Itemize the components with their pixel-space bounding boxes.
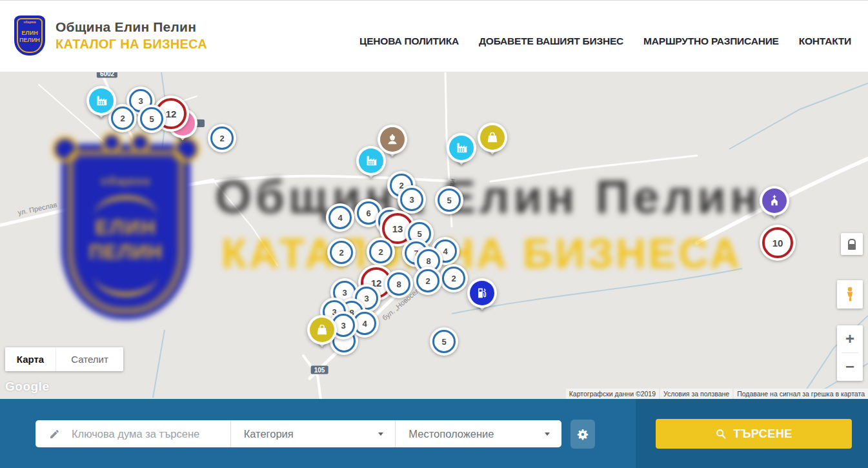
cluster-count: 2	[120, 114, 125, 123]
cluster-count: 5	[441, 337, 446, 347]
chevron-down-icon	[545, 432, 550, 436]
crest-name-line1: ЕЛИН	[14, 30, 45, 36]
cluster-count: 5	[447, 196, 451, 205]
cluster-marker[interactable]: 10	[760, 225, 796, 261]
cluster-marker[interactable]: 5	[435, 186, 463, 214]
cluster-marker[interactable]: 4	[326, 203, 354, 232]
zoom-in-button[interactable]: +	[837, 325, 863, 352]
header: община ЕЛИН ПЕЛИН Община Елин Пелин КАТА…	[0, 1, 868, 72]
gear-icon	[576, 428, 589, 441]
map-attribution: Картографски данни ©2019 Условия за полз…	[566, 389, 868, 399]
cluster-marker[interactable]: 5	[430, 327, 458, 356]
pegman-icon	[842, 285, 858, 304]
crest-org-text: община	[14, 20, 45, 24]
search-fields: Категория Местоположение	[35, 420, 561, 447]
cluster-marker[interactable]: 8	[385, 270, 413, 298]
search-icon	[715, 428, 727, 440]
bag-icon	[310, 318, 334, 342]
nav-contacts[interactable]: КОНТАКТИ	[799, 36, 851, 47]
cluster-count: 12	[166, 108, 177, 119]
nav-add-business[interactable]: ДОБАВЕТЕ ВАШИЯТ БИЗНЕС	[479, 36, 623, 47]
cluster-count: 5	[417, 229, 421, 239]
nav-pricing[interactable]: ЦЕНОВА ПОЛИТИКА	[359, 36, 459, 47]
crest-name-line2: ПЕЛИН	[14, 37, 45, 43]
google-logo[interactable]: Google	[5, 380, 49, 394]
bag-icon	[480, 125, 505, 150]
pencil-icon	[49, 429, 60, 440]
search-button[interactable]: ТЪРСЕНЕ	[656, 419, 852, 449]
lock-icon	[848, 239, 856, 244]
lock-button[interactable]	[841, 233, 863, 255]
site-logo[interactable]: община ЕЛИН ПЕЛИН Община Елин Пелин КАТА…	[14, 15, 207, 56]
cluster-count: 8	[426, 256, 430, 266]
search-button-label: ТЪРСЕНЕ	[733, 427, 792, 441]
chevron-down-icon	[378, 432, 383, 436]
zoom-control: + −	[837, 325, 863, 381]
attribution-copyright: Картографски данни ©2019	[566, 389, 659, 399]
cluster-count: 3	[409, 195, 414, 205]
marker-layer: 1232522356471352274822128338343510	[0, 72, 868, 399]
factory-icon	[449, 136, 474, 160]
cluster-count: 3	[138, 96, 143, 106]
advanced-search-button[interactable]	[570, 420, 595, 449]
factory-icon-marker[interactable]	[356, 146, 386, 186]
cluster-marker[interactable]: 2	[327, 238, 356, 267]
category-select[interactable]: Категория	[230, 420, 396, 447]
cluster-count: 3	[341, 321, 345, 331]
cluster-count: 5	[149, 114, 154, 124]
cluster-count: 4	[443, 247, 447, 256]
page: община ЕЛИН ПЕЛИН Община Елин Пелин КАТА…	[0, 0, 868, 468]
cluster-count: 2	[219, 134, 224, 143]
church-icon	[762, 188, 787, 213]
search-bar: ТЪРСЕНЕ Категория Местоположение	[0, 399, 868, 468]
factory-icon-marker[interactable]	[447, 133, 476, 173]
pegman-button[interactable]	[837, 280, 863, 309]
zoom-out-button[interactable]: −	[837, 353, 863, 380]
site-subtitle: КАТАЛОГ НА БИЗНЕСА	[56, 37, 207, 52]
church-icon-marker[interactable]	[760, 186, 789, 226]
cluster-count: 13	[392, 223, 403, 234]
cluster-count: 2	[451, 274, 456, 283]
attribution-report-link[interactable]: Подаване на сигнал за грешка в картата	[734, 389, 868, 399]
main-nav: ЦЕНОВА ПОЛИТИКА ДОБАВЕТЕ ВАШИЯТ БИЗНЕС М…	[359, 36, 851, 47]
bag-icon-marker[interactable]	[307, 315, 337, 355]
fuel-icon	[470, 281, 494, 305]
municipality-crest-icon: община ЕЛИН ПЕЛИН	[14, 15, 45, 56]
keyword-input[interactable]	[70, 427, 221, 441]
keyword-field	[35, 420, 230, 447]
location-select-value: Местоположение	[409, 428, 494, 440]
factory-icon	[89, 88, 114, 113]
category-select-value: Категория	[244, 428, 294, 440]
location-select[interactable]: Местоположение	[395, 420, 561, 447]
cluster-count: 6	[366, 209, 370, 218]
cluster-count: 3	[342, 288, 347, 298]
cluster-marker[interactable]: 2	[367, 238, 395, 266]
factory-icon	[359, 148, 383, 173]
fuel-icon-marker[interactable]	[467, 278, 497, 318]
cluster-marker[interactable]: 5	[137, 105, 166, 133]
cluster-count: 4	[338, 213, 342, 223]
site-title: Община Елин Пелин	[56, 19, 207, 35]
nav-route-schedule[interactable]: МАРШРУТНО РАЗПИСАНИЕ	[643, 36, 779, 47]
cluster-count: 3	[364, 294, 368, 303]
map-type-switcher: Карта Сателит	[5, 347, 123, 371]
cluster-count: 2	[425, 276, 430, 286]
bag-icon-marker[interactable]	[478, 123, 507, 163]
map-type-map-button[interactable]: Карта	[5, 347, 56, 371]
cluster-count: 4	[362, 319, 367, 329]
attribution-terms-link[interactable]: Условия за ползване	[660, 389, 732, 399]
map-type-satellite-button[interactable]: Сателит	[56, 347, 123, 371]
cluster-marker[interactable]: 2	[439, 264, 468, 292]
cluster-marker[interactable]: 2	[414, 267, 442, 295]
cluster-marker[interactable]: 3	[398, 185, 426, 214]
cluster-count: 8	[396, 280, 401, 289]
cluster-count: 10	[772, 238, 783, 249]
google-map[interactable]: 6002105ул. Преславбул. „Новоселци община…	[0, 72, 868, 399]
search-button-panel: ТЪРСЕНЕ	[636, 399, 868, 468]
cluster-count: 2	[378, 247, 383, 257]
cluster-count: 2	[339, 248, 343, 258]
factory-icon-marker[interactable]	[86, 86, 116, 126]
cluster-marker[interactable]: 2	[208, 124, 236, 152]
